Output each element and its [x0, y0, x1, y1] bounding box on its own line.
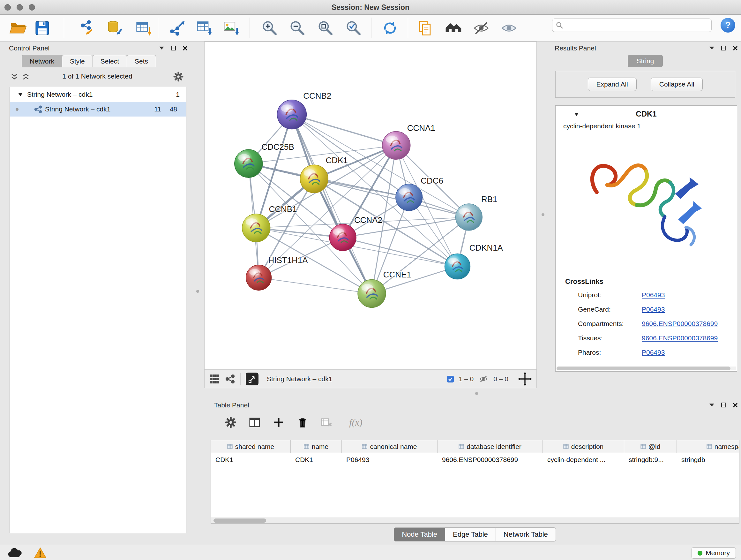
save-session-button[interactable]	[32, 18, 52, 38]
crosslink-value[interactable]: 9606.ENSP00000378699	[642, 334, 718, 342]
table-row[interactable]: CDK1CDK1P064939606.ENSP00000378699cyclin…	[211, 453, 739, 466]
cloud-icon[interactable]	[7, 548, 23, 558]
refresh-button[interactable]	[380, 18, 400, 38]
column-header[interactable]: name	[291, 440, 342, 453]
panel-close-icon[interactable]	[183, 46, 188, 51]
tab-node-table[interactable]: Node Table	[394, 527, 445, 542]
table-settings-button[interactable]	[223, 415, 238, 430]
window-minimize-button[interactable]	[17, 4, 23, 10]
help-button[interactable]: ?	[721, 18, 735, 33]
panel-float-icon[interactable]	[171, 45, 176, 51]
tab-edge-table[interactable]: Edge Table	[445, 527, 496, 542]
expand-all-button[interactable]: Expand All	[588, 78, 636, 91]
show-all-button[interactable]	[499, 18, 519, 38]
column-header[interactable]: namespace	[677, 440, 739, 453]
zoom-fit-button[interactable]	[316, 18, 335, 38]
table-cell[interactable]: cyclin-dependent ...	[543, 453, 624, 466]
network-node-rb1[interactable]: RB1	[455, 195, 497, 231]
export-image-button[interactable]	[221, 18, 241, 38]
share-view-icon[interactable]	[225, 374, 235, 384]
tab-style[interactable]: Style	[62, 55, 93, 67]
panel-float-icon[interactable]	[721, 402, 726, 408]
panel-close-icon[interactable]	[733, 46, 738, 51]
window-zoom-button[interactable]	[29, 4, 35, 10]
tab-sets[interactable]: Sets	[127, 55, 156, 67]
panel-close-icon[interactable]	[733, 402, 738, 408]
tab-select[interactable]: Select	[92, 55, 127, 67]
import-table-button[interactable]	[134, 18, 153, 38]
pan-crosshair-icon[interactable]	[518, 372, 532, 386]
splitter-handle[interactable]	[196, 290, 199, 293]
network-node-ccne1[interactable]: CCNE1	[358, 270, 411, 308]
column-header[interactable]: description	[543, 440, 624, 453]
crosslink-value[interactable]: P06493	[642, 306, 665, 313]
panel-menu-icon[interactable]	[159, 46, 164, 50]
grid-view-icon[interactable]	[209, 374, 220, 384]
table-cell[interactable]: stringdb	[677, 453, 739, 466]
window-close-button[interactable]	[4, 4, 11, 10]
results-button-bar: Expand All Collapse All	[555, 71, 735, 98]
selected-checkbox[interactable]	[447, 376, 454, 382]
network-edge[interactable]	[292, 115, 372, 294]
warning-icon[interactable]	[34, 547, 47, 559]
splitter-handle[interactable]	[475, 392, 478, 395]
table-cell[interactable]: P06493	[342, 453, 437, 466]
tab-network-table[interactable]: Network Table	[495, 527, 556, 542]
crosslink-value[interactable]: P06493	[642, 349, 665, 356]
network-collection-row[interactable]: String Network – cdk1 1	[10, 87, 186, 102]
network-canvas[interactable]: CCNB2CCNA1CDC25BCDK1CDC6RB1CCNB1CCNA2CDK…	[204, 42, 537, 370]
table-cell[interactable]: 9606.ENSP00000378699	[437, 453, 543, 466]
hide-selected-button[interactable]	[471, 18, 491, 38]
collapse-all-button[interactable]: Collapse All	[651, 78, 703, 91]
network-edge[interactable]	[259, 278, 372, 294]
panel-menu-icon[interactable]	[709, 46, 715, 50]
panel-menu-icon[interactable]	[709, 403, 715, 407]
table-cell[interactable]: CDK1	[291, 453, 342, 466]
network-edge[interactable]	[292, 115, 396, 145]
zoom-in-button[interactable]	[260, 18, 280, 38]
birdseye-view-button[interactable]	[246, 373, 259, 385]
node-table[interactable]: shared namenamecanonical namedatabase id…	[211, 440, 739, 523]
delete-column-button[interactable]	[295, 415, 310, 430]
gene-disclosure-icon[interactable]	[574, 113, 579, 116]
column-header[interactable]: canonical name	[342, 440, 437, 453]
import-network-database-button[interactable]	[105, 18, 125, 38]
search-input[interactable]	[563, 19, 711, 32]
show-columns-button[interactable]	[247, 415, 262, 430]
network-node-cdc6[interactable]: CDC6	[396, 176, 443, 211]
crosslink-value[interactable]: P06493	[642, 291, 665, 299]
network-graph[interactable]: CCNB2CCNA1CDC25BCDK1CDC6RB1CCNB1CCNA2CDK…	[205, 42, 536, 369]
table-cell[interactable]: stringdb:9...	[624, 453, 677, 466]
network-node-ccna1[interactable]: CCNA1	[382, 124, 435, 159]
column-header[interactable]: database identifier	[437, 440, 543, 453]
column-header[interactable]: shared name	[211, 440, 291, 453]
add-column-button[interactable]	[271, 415, 286, 430]
network-node-hist1h1a[interactable]: HIST1H1A	[246, 256, 308, 291]
panel-float-icon[interactable]	[721, 45, 726, 51]
tab-string[interactable]: String	[628, 55, 663, 67]
table-cell[interactable]: CDK1	[211, 453, 291, 466]
import-network-file-button[interactable]	[77, 18, 97, 38]
duplicate-document-button[interactable]	[415, 18, 435, 38]
gear-icon[interactable]	[173, 71, 184, 82]
disclosure-triangle-icon[interactable]	[18, 93, 23, 97]
splitter-handle[interactable]	[542, 213, 544, 216]
home-button[interactable]	[443, 18, 463, 38]
export-table-button[interactable]	[194, 18, 214, 38]
zoom-out-button[interactable]	[287, 18, 307, 38]
memory-button[interactable]: Memory	[691, 547, 736, 559]
table-scrollbar[interactable]	[211, 517, 739, 523]
export-network-button[interactable]	[167, 18, 187, 38]
network-row[interactable]: String Network – cdk1 11 48	[10, 102, 186, 117]
results-scrollbar[interactable]	[556, 367, 736, 370]
open-session-button[interactable]	[8, 18, 28, 38]
tab-network[interactable]: Network	[22, 55, 62, 67]
search-field[interactable]	[552, 18, 712, 32]
column-header[interactable]: @id	[624, 440, 677, 453]
function-builder-button[interactable]: f(x)	[343, 415, 368, 430]
network-node-cdkn1a[interactable]: CDKN1A	[445, 243, 503, 279]
crosslink-value[interactable]: 9606.ENSP00000378699	[642, 320, 718, 327]
column-header-label: canonical name	[370, 443, 417, 450]
zoom-selected-button[interactable]	[344, 18, 363, 38]
scrollbar-thumb[interactable]	[213, 518, 266, 523]
